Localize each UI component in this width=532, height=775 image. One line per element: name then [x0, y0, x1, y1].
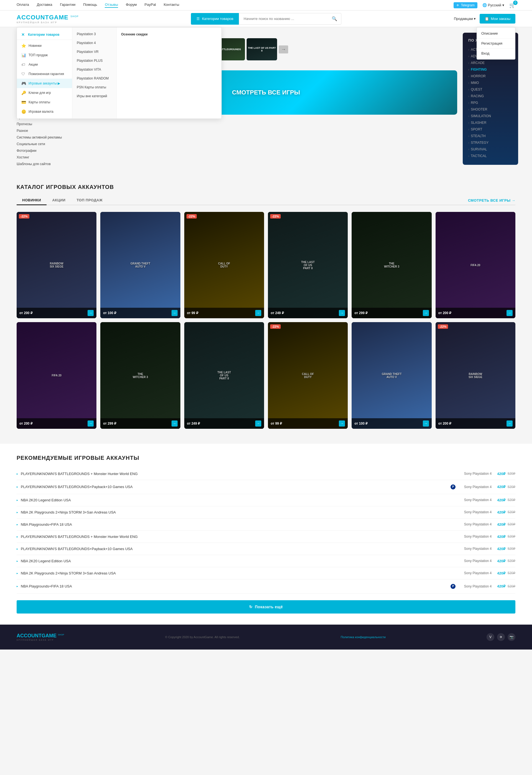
- menu-item-novinki[interactable]: ⭐ Новинки: [17, 41, 72, 50]
- seller-registration[interactable]: Регистрация: [477, 38, 515, 48]
- rec-name-0[interactable]: PLAYERUNKNOWN'S BATTLEGROUNDS + Monster …: [21, 472, 458, 476]
- site-logo[interactable]: ACCOUNTGAME SHOP КРУПНЕЙШАЯ БАЗА ИГР: [17, 14, 79, 24]
- search-button[interactable]: 🔍: [328, 16, 341, 21]
- genre-stealth[interactable]: › STEALTH: [468, 133, 513, 139]
- language-selector[interactable]: 🌐 Русский ▾: [482, 3, 504, 7]
- sidebar-photos[interactable]: Фотографии: [17, 147, 69, 154]
- game-card-fifa2[interactable]: FIFA 20 от 200 ₽ →: [17, 322, 96, 429]
- telegram-social-icon[interactable]: ✈: [497, 633, 505, 641]
- buy-witcher2[interactable]: →: [171, 421, 177, 427]
- nav-link-oplata[interactable]: Оплата: [17, 2, 29, 8]
- rec-name-1[interactable]: PLAYERUNKNOWN'S BATTLEGROUNDS+Payback+10…: [21, 485, 450, 489]
- genre-sport[interactable]: › SPORT: [468, 126, 513, 133]
- genre-tactical[interactable]: › TACTICAL: [468, 153, 513, 159]
- game-card-rainbow2[interactable]: RAINBOWSIX SIEGE -22% от 200 ₽ →: [436, 322, 515, 429]
- vk-icon[interactable]: V: [487, 633, 494, 641]
- nav-link-dostavka[interactable]: Доставка: [37, 2, 52, 8]
- cart-button[interactable]: 🛒 0: [509, 2, 515, 8]
- genre-arcade[interactable]: › ARCADE: [468, 60, 513, 66]
- game-card-gta2[interactable]: GRAND THEFTAUTO V от 100 ₽ →: [352, 322, 431, 429]
- rec-name-7[interactable]: NBA 2K20 Legend Edition USA: [21, 559, 458, 563]
- rec-name-8[interactable]: NBA 2K Playgrounds 2+Ninja STORM 3+San A…: [21, 571, 458, 575]
- genre-fighting[interactable]: › FIGHTING: [468, 66, 513, 73]
- buy-lastofus2[interactable]: →: [255, 421, 261, 427]
- buy-fifa2[interactable]: →: [88, 421, 94, 427]
- my-orders-button[interactable]: 📋 Мои заказы: [480, 14, 515, 24]
- genre-simulation[interactable]: › SIMULATION: [468, 113, 513, 119]
- sidebar-adv[interactable]: Системы активной рекламы: [17, 134, 69, 141]
- telegram-button[interactable]: ✈ Telegram: [454, 2, 477, 8]
- genre-rpg[interactable]: › RPG: [468, 99, 513, 106]
- game-card-witcher1[interactable]: THEWITCHER 3 от 299 ₽ →: [352, 212, 431, 318]
- rec-name-2[interactable]: NBA 2K20 Legend Edition USA: [21, 498, 458, 502]
- buy-witcher1[interactable]: →: [423, 310, 429, 316]
- menu-item-aktsii[interactable]: 🏷 Акции: [17, 60, 72, 69]
- sub-ps4[interactable]: Playstation 4: [72, 38, 116, 47]
- genre-slasher[interactable]: › SLASHER: [468, 119, 513, 126]
- nav-link-garantii[interactable]: Гарантии: [60, 2, 76, 8]
- hero-next-btn[interactable]: →: [279, 45, 288, 53]
- genre-quest[interactable]: › QUEST: [468, 86, 513, 93]
- sub-ps3[interactable]: Playstation 3: [72, 30, 116, 38]
- genre-shooter[interactable]: › SHOOTER: [468, 106, 513, 113]
- rec-name-5[interactable]: PLAYERUNKNOWN'S BATTLEGROUNDS + Monster …: [21, 535, 458, 539]
- sub-psrandom[interactable]: Playstation RANDOM: [72, 74, 116, 83]
- genre-horror[interactable]: › HORROR: [468, 73, 513, 79]
- sidebar-templates[interactable]: Шаблоны для сайтов: [17, 161, 69, 167]
- genre-survival[interactable]: › SURVIVAL: [468, 146, 513, 153]
- search-input[interactable]: [239, 17, 328, 21]
- menu-item-top[interactable]: 📊 ТОП продаж: [17, 50, 72, 60]
- game-card-cod1[interactable]: CALL OFDUTY -22% от 99 ₽ →: [184, 212, 264, 318]
- instagram-icon[interactable]: 📷: [508, 633, 515, 641]
- tab-top-prodazh[interactable]: ТОП ПРОДАЖ: [71, 196, 108, 205]
- genre-strategy[interactable]: › STRATEGY: [468, 139, 513, 146]
- catalog-view-all[interactable]: СМОТРЕТЬ ВСЕ ИГРЫ →: [468, 198, 515, 202]
- genre-mmo[interactable]: › MMO: [468, 79, 513, 86]
- rec-name-4[interactable]: NBA Playgrounds+FIFA 18 USA: [21, 522, 458, 527]
- seller-button[interactable]: Продавцам ▾: [454, 17, 476, 21]
- game-card-lastofus2[interactable]: THE LASTOF USPART II от 249 ₽ →: [184, 322, 264, 429]
- sidebar-hosting[interactable]: Хостинг: [17, 154, 69, 161]
- game-card-rainbow-siege[interactable]: RAINBOWSIX SIEGE -22% от 200 ₽ →: [17, 212, 96, 318]
- buy-rainbow2[interactable]: →: [507, 421, 513, 427]
- genre-racing[interactable]: › RACING: [468, 93, 513, 99]
- buy-gta2[interactable]: →: [423, 421, 429, 427]
- nav-link-pomoshch[interactable]: Помощь: [83, 2, 97, 8]
- nav-link-forum[interactable]: Форум: [126, 2, 137, 8]
- sidebar-misc[interactable]: Разное: [17, 127, 69, 134]
- game-card-gta[interactable]: GRAND THEFTAUTO V от 100 ₽ →: [100, 212, 180, 318]
- menu-item-currency[interactable]: 🪙 Игровая валюта: [17, 107, 72, 116]
- sub-psn-cards[interactable]: PSN Карты оплаты: [72, 83, 116, 92]
- sidebar-predictions[interactable]: Прогнозы: [17, 121, 69, 127]
- sub-other-games[interactable]: Игры вне категорий: [72, 92, 116, 101]
- buy-gta[interactable]: →: [171, 310, 177, 316]
- menu-item-garantiya[interactable]: 🛡 Пожизненная гарантия: [17, 69, 72, 79]
- show-more-button[interactable]: ↻ Показать ещё: [17, 600, 515, 614]
- buy-cod2[interactable]: →: [339, 421, 345, 427]
- categories-button[interactable]: ☰ Категории товаров: [191, 13, 239, 25]
- nav-link-paypal[interactable]: PayPal: [145, 2, 156, 8]
- buy-lastofus1[interactable]: →: [339, 310, 345, 316]
- buy-fifa1[interactable]: →: [507, 310, 513, 316]
- game-card-cod2[interactable]: CALL OFDUTY -22% от 99 ₽ →: [268, 322, 348, 429]
- game-card-lastofus1[interactable]: THE LASTOF USPART II -22% от 249 ₽ →: [268, 212, 348, 318]
- hero-thumb-5[interactable]: THE LAST OF US PART II: [246, 38, 277, 60]
- menu-item-cards[interactable]: 💳 Карты оплаты: [17, 97, 72, 107]
- rec-name-3[interactable]: NBA 2K Playgrounds 2+Ninja STORM 3+San A…: [21, 510, 458, 514]
- close-icon[interactable]: ✕: [21, 32, 25, 37]
- tab-aktsii[interactable]: АКЦИИ: [47, 196, 71, 205]
- nav-link-otzyvy[interactable]: Отзывы: [105, 2, 118, 8]
- seller-opisanie[interactable]: Описание: [477, 29, 515, 38]
- rec-name-6[interactable]: PLAYERUNKNOWN'S BATTLEGROUNDS+Payback+10…: [21, 547, 458, 551]
- menu-item-keys[interactable]: 🔑 Ключи для игр: [17, 88, 72, 97]
- footer-privacy-link[interactable]: Политика конфиденциальности: [341, 635, 386, 639]
- nav-link-kontakty[interactable]: Контакты: [164, 2, 179, 8]
- menu-item-gaming-accounts[interactable]: 🎮 Игровые аккаунты ▶: [17, 79, 72, 88]
- tab-novinki[interactable]: НОВИНКИ: [17, 196, 47, 205]
- sub-psplus[interactable]: Playstation PLUS: [72, 56, 116, 65]
- game-card-fifa1[interactable]: FIFA 20 от 200 ₽ →: [436, 212, 515, 318]
- sub-psvr[interactable]: Playstation VR: [72, 47, 116, 56]
- game-card-witcher2[interactable]: THEWITCHER 3 от 299 ₽ →: [100, 322, 180, 429]
- buy-rainbow[interactable]: →: [88, 310, 94, 316]
- seller-login[interactable]: Вход: [477, 48, 515, 58]
